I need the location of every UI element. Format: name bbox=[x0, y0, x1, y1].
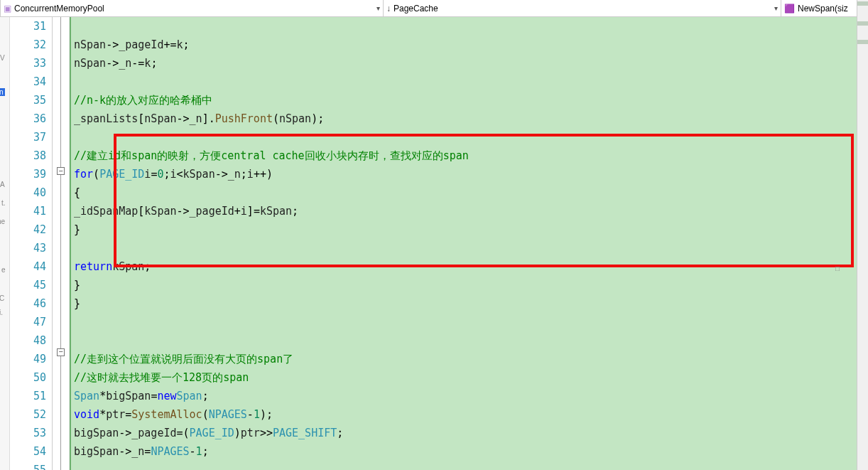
line-number: 34 bbox=[10, 73, 52, 91]
code-line[interactable]: { bbox=[71, 183, 868, 202]
code-line[interactable]: for (PAGE_ID i = 0;i < kSpan->_n;i++) bbox=[71, 165, 868, 183]
line-number: 54 bbox=[10, 442, 52, 461]
scope-label: ConcurrentMemoryPool bbox=[14, 4, 374, 14]
fold-cell bbox=[53, 380, 70, 397]
scope-dropdown[interactable]: ▣ ConcurrentMemoryPool ▾ bbox=[0, 0, 384, 16]
fold-column: −− bbox=[53, 17, 70, 470]
fold-cell bbox=[53, 452, 70, 470]
fold-toggle[interactable]: − bbox=[57, 348, 65, 356]
down-arrow-icon: ↓ bbox=[386, 4, 391, 14]
code-column[interactable]: nSpan->_pageId += k; nSpan->_n -= k; //n… bbox=[71, 17, 868, 470]
fold-cell bbox=[53, 144, 70, 161]
line-number: 45 bbox=[10, 276, 52, 294]
code-line[interactable]: } bbox=[71, 276, 868, 294]
fold-cell bbox=[53, 434, 70, 452]
class-label: PageCache bbox=[394, 4, 771, 14]
code-line[interactable]: nSpan->_pageId += k; bbox=[71, 36, 868, 54]
marker-icon: □ bbox=[835, 265, 840, 272]
line-number: 55 bbox=[10, 461, 52, 470]
member-dropdown[interactable]: 🟪 NewSpan(siz bbox=[781, 0, 868, 16]
fold-cell bbox=[53, 53, 70, 71]
code-line[interactable]: //建立id和span的映射，方便central cache回收小块内存时，查找… bbox=[71, 146, 868, 165]
line-number: 39 bbox=[10, 165, 52, 183]
code-line[interactable]: nSpan->_n -= k; bbox=[71, 54, 868, 73]
line-number: 33 bbox=[10, 54, 52, 73]
vertical-scrollbar[interactable] bbox=[857, 0, 868, 470]
fold-cell bbox=[53, 307, 70, 325]
code-line[interactable]: } bbox=[71, 294, 868, 313]
fold-cell bbox=[53, 216, 70, 234]
code-line[interactable]: return kSpan; bbox=[71, 257, 868, 276]
fold-cell: − bbox=[53, 343, 70, 361]
line-number: 40 bbox=[10, 183, 52, 202]
line-number: 38 bbox=[10, 146, 52, 165]
editor-area: V n A t. he e C i. 313233343536373839404… bbox=[0, 17, 868, 470]
line-number: 35 bbox=[10, 91, 52, 110]
line-number: 53 bbox=[10, 424, 52, 442]
fold-cell bbox=[53, 289, 70, 306]
fold-cell bbox=[53, 252, 70, 270]
code-line[interactable]: //走到这个位置就说明后面没有大页的span了 bbox=[71, 350, 868, 368]
code-line[interactable] bbox=[71, 313, 868, 331]
code-line[interactable]: _idSpanMap[kSpan->_pageId + i] = kSpan; bbox=[71, 202, 868, 220]
line-number: 48 bbox=[10, 331, 52, 350]
module-icon: ▣ bbox=[4, 4, 11, 14]
line-number-gutter: 3132333435363738394041424344454647484950… bbox=[10, 17, 53, 470]
chevron-down-icon: ▾ bbox=[774, 4, 778, 12]
line-number: 47 bbox=[10, 313, 52, 331]
fold-cell bbox=[53, 107, 70, 125]
chevron-down-icon: ▾ bbox=[376, 4, 380, 12]
line-number: 37 bbox=[10, 128, 52, 146]
fold-cell bbox=[53, 198, 70, 216]
fold-cell: − bbox=[53, 162, 70, 180]
code-line[interactable]: Span* bigSpan = new Span; bbox=[71, 387, 868, 405]
line-number: 50 bbox=[10, 368, 52, 387]
line-number: 44 bbox=[10, 257, 52, 276]
code-line[interactable] bbox=[71, 461, 868, 470]
fold-cell bbox=[53, 325, 70, 343]
class-dropdown[interactable]: ↓ PageCache ▾ bbox=[384, 0, 781, 16]
code-line[interactable]: bigSpan->_n = NPAGES - 1; bbox=[71, 442, 868, 461]
fold-cell bbox=[53, 397, 70, 415]
fold-cell bbox=[53, 126, 70, 144]
code-line[interactable]: bigSpan->_pageId = (PAGE_ID)ptr >> PAGE_… bbox=[71, 424, 868, 442]
fold-cell bbox=[53, 361, 70, 379]
code-line[interactable]: } bbox=[71, 220, 868, 239]
line-number: 32 bbox=[10, 36, 52, 54]
line-number: 52 bbox=[10, 405, 52, 424]
line-number: 43 bbox=[10, 239, 52, 257]
fold-cell bbox=[53, 71, 70, 89]
line-number: 31 bbox=[10, 17, 52, 36]
line-number: 46 bbox=[10, 294, 52, 313]
fold-cell bbox=[53, 90, 70, 107]
fold-cell bbox=[53, 35, 70, 53]
code-line[interactable] bbox=[71, 331, 868, 350]
line-number: 41 bbox=[10, 202, 52, 220]
fold-cell bbox=[53, 180, 70, 198]
code-line[interactable]: void* ptr = SystemAlloc(NPAGES - 1); bbox=[71, 405, 868, 424]
code-line[interactable] bbox=[71, 128, 868, 146]
fold-cell bbox=[53, 271, 70, 289]
fold-cell bbox=[53, 235, 70, 252]
line-number: 51 bbox=[10, 387, 52, 405]
line-number: 49 bbox=[10, 350, 52, 368]
code-line[interactable] bbox=[71, 73, 868, 91]
code-line[interactable] bbox=[71, 239, 868, 257]
code-line[interactable]: //n-k的放入对应的哈希桶中 bbox=[71, 91, 868, 110]
fold-toggle[interactable]: − bbox=[57, 167, 65, 175]
fold-cell bbox=[53, 416, 70, 434]
code-line[interactable]: //这时就去找堆要一个128页的span bbox=[71, 368, 868, 387]
line-number: 42 bbox=[10, 220, 52, 239]
member-label: NewSpan(siz bbox=[798, 4, 864, 14]
fold-cell bbox=[53, 17, 70, 35]
indicator-margin: V n A t. he e C i. bbox=[0, 17, 10, 470]
line-number: 36 bbox=[10, 110, 52, 128]
code-line[interactable]: _spanLists[nSpan->_n].PushFront(nSpan); bbox=[71, 110, 868, 128]
cube-icon: 🟪 bbox=[784, 4, 795, 14]
code-line[interactable] bbox=[71, 17, 868, 36]
